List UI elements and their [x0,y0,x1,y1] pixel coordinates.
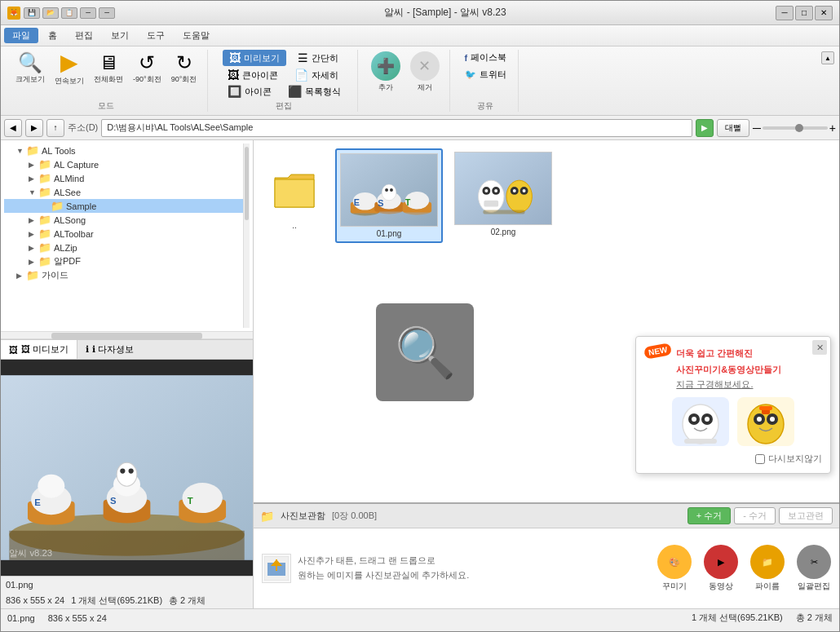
rotate-left-button[interactable]: ↺ -90°회전 [130,51,165,86]
tree-item-sample[interactable]: 📁 Sample [4,199,243,213]
nav-back-button[interactable]: ◀ [4,119,22,137]
remove-label: 제거 [418,82,432,93]
svg-point-33 [390,188,393,192]
close-button[interactable]: ✕ [815,6,833,20]
nav-go-button[interactable]: ▶ [696,119,714,137]
menu-edit[interactable]: 편집 [67,28,101,43]
add-button[interactable]: ➕ 추가 [368,50,404,95]
nav-bar: ◀ ▶ ↑ 주소(D) D:\범용시뱌\AL Tools\ALSee\Sampl… [1,116,839,140]
ad-dont-show-checkbox[interactable] [755,454,765,464]
quick-icon-1[interactable]: 💾 [24,7,40,19]
facebook-button[interactable]: f 페이스북 [460,50,512,65]
menu-tools[interactable]: 도구 [139,28,173,43]
zoom-in-icon[interactable]: + [829,122,836,135]
svg-point-50 [513,189,516,192]
list-mode-btn[interactable]: ⬛ 목록형식 [283,84,346,99]
tree-item-almind[interactable]: ▶ 📁 ALMind [4,171,243,185]
icon-mode-btn[interactable]: 🔲 아이콘 [223,84,276,99]
photo-settings-button[interactable]: 보고관련 [779,507,833,524]
status-bar: 01.png 836 x 555 x 24 1 개체 선택(695.21KB) … [1,608,839,626]
thumb-back-folder[interactable]: .. [262,148,327,243]
quick-icon-5[interactable]: ─ [99,7,115,19]
back-folder-label: .. [292,221,297,230]
zoom-slider[interactable] [763,126,828,130]
svg-point-47 [506,180,532,212]
tree-arrow: ▶ [29,216,38,224]
menu-bar: 파일 홈 편집 보기 도구 도움말 [1,25,839,46]
action-decorate[interactable]: 🎨 꾸미기 [657,545,692,592]
mode-buttons: 🔍 크게보기 ▶ 연속보기 🖥 전체화면 ↺ -90°회전 ↻ 90°회전 [12,50,201,88]
preview-icon: 🖼 [229,51,241,64]
photo-content: 사진추가 태튼, 드래그 랜 드롭으로 원하는 에미지를 사진보관실에 추가하세… [254,528,839,608]
thumb-02-img [454,152,552,225]
facebook-icon: f [465,53,468,63]
simple-mode-btn[interactable]: ☰ 간단히 [293,50,343,66]
tree-item-alcapture[interactable]: ▶ 📁 AL Capture [4,157,243,171]
remove-button[interactable]: ✕ 제거 [407,50,443,95]
slide-view-button[interactable]: ▶ 연속보기 [51,50,87,88]
svg-point-31 [382,184,396,201]
nav-forward-button[interactable]: ▶ [25,119,43,137]
quick-icon-3[interactable]: 📋 [61,7,77,19]
tree-item-alsong[interactable]: ▶ 📁 ALSong [4,213,243,227]
preview-mode-btn[interactable]: 🖼 미리보기 [223,50,286,66]
tree-item-alzip[interactable]: ▶ 📁 ALZip [4,241,243,254]
menu-view[interactable]: 보기 [103,28,137,43]
nav-up-button[interactable]: ↑ [46,119,64,137]
detail-label: 자세히 [312,69,338,82]
back-folder-svg [273,171,316,209]
tree-item-alpdf[interactable]: ▶ 📁 알PDF [4,254,243,268]
detail-mode-btn[interactable]: 📄 자세히 [290,68,343,82]
preview-tab-media[interactable]: 🖼 🖼 미디보기 [1,340,77,359]
nav-detail-button[interactable]: 대뻘 [717,119,749,137]
large-icon-btn[interactable]: 🖼 큰아이콘 [223,68,283,82]
action-video[interactable]: ▶ 동영상 [704,545,738,592]
ad-highlight: 꾸미기 [694,365,721,374]
tree-item-altoolbar[interactable]: ▶ 📁 ALToolbar [4,227,243,241]
mode-group-label: 모드 [98,99,114,112]
preview-tab-info[interactable]: ℹ ℹ 다자셩보 [77,340,142,359]
preview-dimensions: 836 x 555 x 24 [6,595,64,605]
preview-image-area: E S [1,360,253,576]
minimize-button[interactable]: ─ [776,6,794,20]
menu-file[interactable]: 파일 [4,28,38,43]
quick-icon-2[interactable]: 📂 [42,7,59,19]
rotate-left-label: -90°회전 [133,74,161,85]
photo-remove-button[interactable]: - 수거 [734,507,776,524]
tree-hscrollbar[interactable] [1,331,253,339]
media-tab-icon: 🖼 [9,345,18,355]
menu-help[interactable]: 도움말 [175,28,218,43]
svg-text:T: T [188,496,193,506]
ad-close-button[interactable]: ✕ [812,340,827,355]
menu-home[interactable]: 홈 [40,28,65,43]
zoom-label: 크게보기 [15,74,45,85]
ad-overlay: ✕ NEW 더욱 쉽고 간편해진 사진꾸미기&동영상만들기 지금 구경해보세요. [635,336,831,474]
photo-add-button[interactable]: + 수거 [687,507,731,524]
ad-mascots [644,397,822,446]
thumb-02[interactable]: 02.png [451,148,555,243]
folder-icon: 📁 [38,255,51,267]
ribbon-collapse-button[interactable]: ▲ [821,51,834,64]
photo-bar-icon: 📁 [260,510,274,523]
zoom-out-icon[interactable]: ─ [753,122,761,135]
quick-icon-4[interactable]: ─ [80,7,96,19]
thumb-01[interactable]: E S T [335,148,443,243]
tree-item-guide[interactable]: ▶ 📁 가이드 [4,268,243,282]
mascot-yellow [737,397,794,446]
twitter-button[interactable]: 🐦 트위터 [460,67,512,82]
rotate-right-button[interactable]: ↻ 90°회전 [168,51,201,86]
zoom-thumb[interactable] [795,124,803,132]
address-bar[interactable]: D:\범용시뱌\AL Tools\ALSee\Sample [101,119,692,137]
zoom-view-button[interactable]: 🔍 크게보기 [12,51,48,86]
tree-item-alsee[interactable]: ▼ 📁 ALSee [4,185,243,199]
add-label: 추가 [378,82,393,93]
status-dimensions: 836 x 555 x 24 [48,613,107,623]
action-rename[interactable]: 📁 파이름 [750,545,785,592]
tree-item-altools[interactable]: ▼ 📁 AL Tools [4,144,243,157]
ad-link[interactable]: 지금 구경해보세요. [676,378,781,391]
tree-scrollbar[interactable] [243,144,250,328]
restore-button[interactable]: □ [795,6,813,20]
action-batch-edit[interactable]: ✂ 일괄편집 [797,545,831,592]
svg-point-56 [692,417,696,422]
fullscreen-button[interactable]: 🖥 전체화면 [91,51,126,86]
